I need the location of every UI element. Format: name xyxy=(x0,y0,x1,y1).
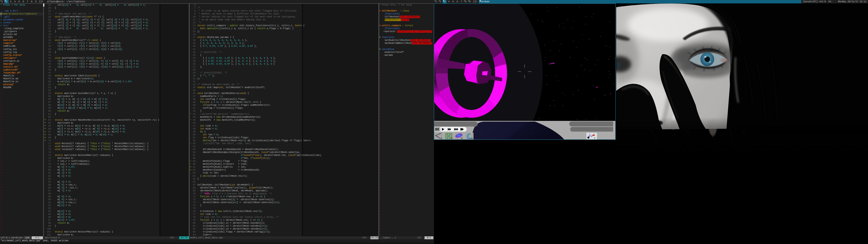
svg-text:7: 7 xyxy=(594,138,595,140)
svg-text:3: 3 xyxy=(461,138,462,140)
svg-text:4: 4 xyxy=(471,138,473,140)
svg-text:1: 1 xyxy=(441,138,442,140)
svg-text:2: 2 xyxy=(451,138,452,140)
